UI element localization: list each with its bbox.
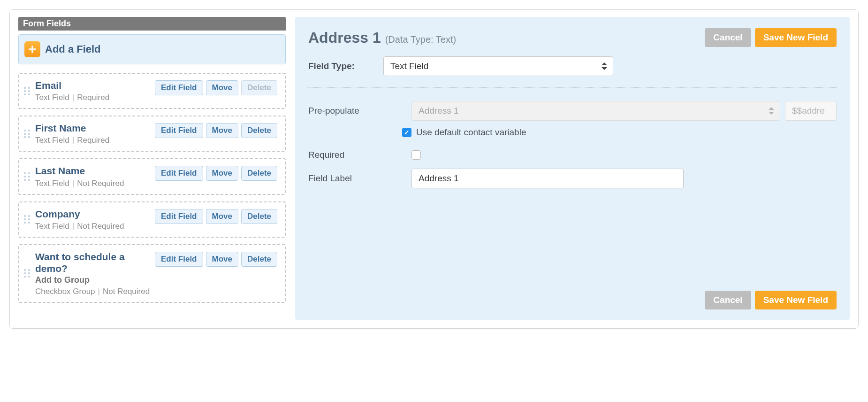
field-info: EmailText Field|Required — [35, 79, 150, 102]
field-meta: Text Field|Not Required — [35, 179, 150, 188]
edit-field-button[interactable]: Edit Field — [155, 209, 203, 224]
use-default-contact-variable-label: Use default contact variable — [416, 127, 526, 138]
field-meta: Text Field|Required — [35, 136, 150, 145]
move-field-button[interactable]: Move — [206, 209, 238, 224]
drag-handle-icon[interactable] — [24, 172, 30, 181]
field-card-actions: Edit FieldMoveDelete — [155, 166, 277, 181]
field-name: Last Name — [35, 165, 150, 177]
field-card: EmailText Field|RequiredEdit FieldMoveDe… — [18, 73, 286, 109]
save-new-field-button[interactable]: Save New Field — [755, 28, 837, 47]
delete-field-button[interactable]: Delete — [241, 209, 277, 224]
delete-field-button: Delete — [241, 80, 277, 95]
field-card-actions: Edit FieldMoveDelete — [155, 123, 277, 138]
field-subtitle: Add to Group — [35, 275, 150, 285]
field-card: Last NameText Field|Not RequiredEdit Fie… — [18, 158, 286, 194]
delete-field-button[interactable]: Delete — [241, 252, 277, 267]
add-a-field-button[interactable]: Add a Field — [18, 34, 286, 64]
field-label-input[interactable] — [411, 169, 684, 188]
field-meta: Text Field|Not Required — [35, 222, 150, 231]
field-label-label: Field Label — [308, 173, 374, 184]
edit-field-button[interactable]: Edit Field — [155, 166, 203, 181]
form-fields-panel: Form Fields Add a Field EmailText Field|… — [9, 9, 859, 329]
drag-handle-icon[interactable] — [24, 215, 30, 224]
edit-field-button[interactable]: Edit Field — [155, 123, 203, 138]
prepopulate-label: Pre-populate — [308, 106, 374, 116]
move-field-button[interactable]: Move — [206, 123, 238, 138]
field-card: Want to schedule a demo?Add to GroupChec… — [18, 244, 286, 303]
field-info: Last NameText Field|Not Required — [35, 165, 150, 188]
section-header-form-fields: Form Fields — [18, 17, 286, 31]
save-new-field-button-footer[interactable]: Save New Field — [755, 291, 837, 309]
cancel-button[interactable]: Cancel — [705, 28, 751, 47]
drag-handle-icon[interactable] — [24, 269, 30, 278]
plus-icon — [24, 41, 40, 57]
field-info: Want to schedule a demo?Add to GroupChec… — [35, 251, 150, 296]
drag-handle-icon[interactable] — [24, 130, 30, 138]
edit-field-button[interactable]: Edit Field — [155, 252, 203, 267]
field-meta: Checkbox Group|Not Required — [35, 287, 150, 296]
form-fields-list: Form Fields Add a Field EmailText Field|… — [18, 17, 286, 320]
chevron-updown-icon — [602, 62, 607, 70]
add-a-field-label: Add a Field — [45, 43, 101, 55]
drag-handle-icon[interactable] — [24, 87, 30, 95]
chevron-updown-icon — [769, 107, 774, 115]
field-name: First Name — [35, 122, 150, 134]
field-type-select[interactable]: Text Field — [383, 56, 613, 76]
field-name: Email — [35, 79, 150, 91]
move-field-button[interactable]: Move — [206, 80, 238, 95]
edit-field-button[interactable]: Edit Field — [155, 80, 203, 95]
use-default-contact-variable-checkbox[interactable]: ✓ — [402, 128, 411, 137]
required-label: Required — [308, 150, 374, 160]
field-name: Company — [35, 208, 150, 220]
field-card-actions: Edit FieldMoveDelete — [155, 252, 277, 267]
prepopulate-variable-input[interactable]: $$addre — [785, 101, 837, 121]
field-type-label: Field Type: — [308, 61, 374, 71]
prepopulate-select[interactable]: Address 1 — [411, 101, 780, 121]
field-info: First NameText Field|Required — [35, 122, 150, 145]
field-card: CompanyText Field|Not RequiredEdit Field… — [18, 201, 286, 238]
required-checkbox[interactable] — [411, 150, 421, 160]
field-card-actions: Edit FieldMoveDelete — [155, 209, 277, 224]
delete-field-button[interactable]: Delete — [241, 123, 277, 138]
detail-title: Address 1 (Data Type: Text) — [308, 29, 456, 46]
delete-field-button[interactable]: Delete — [241, 166, 277, 181]
field-name: Want to schedule a demo? — [35, 251, 150, 274]
field-detail-panel: Address 1 (Data Type: Text) Cancel Save … — [295, 17, 850, 320]
cancel-button-footer[interactable]: Cancel — [705, 291, 751, 309]
field-card: First NameText Field|RequiredEdit FieldM… — [18, 116, 286, 152]
move-field-button[interactable]: Move — [206, 166, 238, 181]
svg-rect-1 — [29, 48, 36, 50]
field-info: CompanyText Field|Not Required — [35, 208, 150, 231]
divider — [308, 87, 837, 88]
move-field-button[interactable]: Move — [206, 252, 238, 267]
field-card-actions: Edit FieldMoveDelete — [155, 80, 277, 95]
field-meta: Text Field|Required — [35, 93, 150, 102]
